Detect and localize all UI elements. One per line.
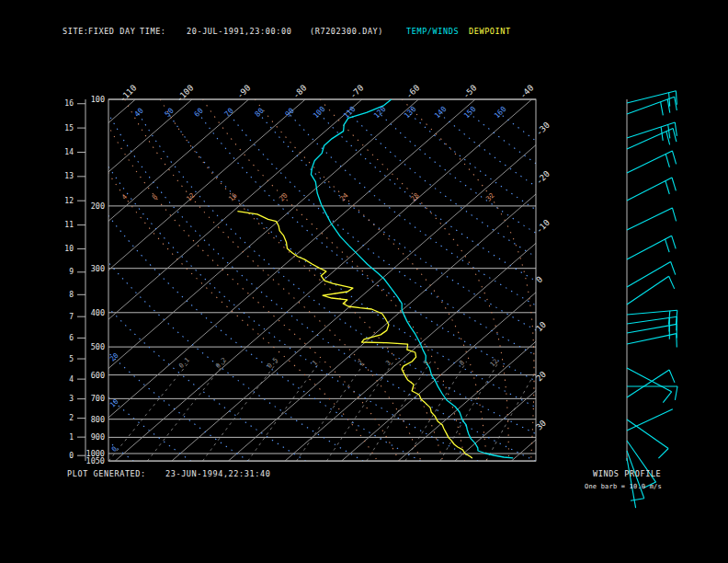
isotherm-line [0, 99, 192, 461]
wind-barb [627, 262, 676, 288]
height-label: 12 [64, 197, 74, 205]
skewt-screen: SITE: FIXED DAY TIME: 20-JUL-1991,23:00:… [0, 0, 728, 563]
plot-generated-label: PLOT GENERATED: [67, 469, 146, 478]
wind-barb-feather [677, 334, 677, 348]
time-value: 20-JUL-1991,23:00:00 [187, 27, 291, 36]
wind-barb-shaft [627, 178, 672, 201]
isotherm-line [0, 99, 305, 461]
dry-adiabat-top-label: 110 [342, 105, 358, 121]
isotherm-right-label: -10 [534, 218, 552, 236]
wind-barb [627, 151, 677, 173]
mixing-ratio-line [202, 362, 278, 461]
site-label: SITE: [63, 27, 89, 36]
isotherm-line [512, 99, 728, 461]
wind-barb-feather [631, 499, 644, 501]
mixing-ratio-label: 0.5 [266, 356, 279, 370]
dry-adiabat-line [0, 114, 191, 461]
wind-barb-shaft [627, 208, 672, 230]
pressure-label: 500 [91, 342, 105, 351]
pressure-label: 100 [91, 95, 105, 104]
dry-adiabat-top-label: 150 [462, 105, 478, 121]
wind-barb-feather [661, 102, 664, 116]
wind-barb-feather [672, 178, 676, 190]
height-label: 16 [64, 99, 74, 108]
isotherm-line [229, 99, 645, 461]
height-label: 7 [69, 313, 74, 321]
dry-adiabat-line [349, 114, 728, 461]
mixing-ratio-label: 1 [311, 359, 319, 367]
dry-adiabat-top-label: 140 [433, 105, 449, 121]
wind-barb-feather [663, 392, 671, 403]
isotherm-line [59, 99, 475, 461]
wind-barb [627, 324, 677, 339]
moist-adiabat-label: 8 [150, 192, 159, 201]
dry-adiabat-top-label: 50 [164, 107, 176, 119]
pressure-label: 800 [91, 415, 105, 424]
isotherm-top-label: -80 [291, 83, 309, 100]
moist-adiabat-label: 16 [227, 191, 239, 203]
wind-barb-feather [671, 262, 676, 275]
mixing-ratio-line [297, 362, 366, 461]
moist-adiabat-label: 12 [185, 191, 197, 203]
isotherm-top-label: -50 [461, 83, 479, 100]
moist-adiabat-lines [70, 99, 534, 461]
legend-temp-winds: TEMP/WINDS [406, 27, 459, 36]
wind-barb-shaft [627, 419, 668, 449]
pressure-label: 200 [91, 201, 105, 211]
isotherm-line [398, 99, 728, 461]
isotherm-line [0, 99, 249, 461]
dry-adiabat-line [440, 114, 728, 461]
height-label: 14 [64, 148, 74, 156]
isotherm-right-label: 30 [534, 419, 548, 432]
height-label: 4 [69, 375, 74, 384]
wind-barb-feather [669, 370, 675, 383]
wind-barb-shaft [627, 370, 669, 397]
dry-adiabat-line [78, 114, 478, 461]
dry-adiabat-line [229, 114, 728, 461]
isotherm-right-label: 20 [534, 370, 548, 384]
isotherm-top-label: -40 [518, 83, 536, 100]
skewt-plot: SITE: FIXED DAY TIME: 20-JUL-1991,23:00:… [0, 0, 728, 563]
height-label: 3 [69, 395, 74, 403]
legend-dewpoint: DEWPOINT [469, 27, 511, 36]
wind-barb-feather [665, 154, 669, 167]
height-pressure-axes: 1002003004005006007008009001000105001234… [64, 95, 105, 465]
pressure-label: 400 [91, 308, 105, 317]
moist-adiabat-line [160, 99, 442, 461]
moist-adiabat-line [125, 99, 421, 461]
isotherm-line [455, 99, 728, 461]
height-label: 15 [64, 124, 74, 132]
dry-adiabat-top-label: 120 [372, 105, 388, 121]
moist-adiabat-line [320, 99, 508, 461]
isotherm-right-label: -30 [534, 121, 552, 138]
mixing-ratio-label: 2 [357, 359, 365, 367]
isotherm-top-label: -70 [348, 83, 366, 100]
isotherm-right-label: -20 [534, 169, 552, 187]
wind-barb-feather [665, 239, 670, 252]
isotherm-top-label: -100 [175, 83, 195, 103]
winds-profile-title: WINDS PROFILE [593, 469, 661, 478]
moist-adiabat-label: 32 [484, 191, 496, 203]
wind-barb-feather [669, 93, 670, 107]
pressure-label: 900 [91, 432, 105, 442]
pressure-label: 600 [91, 371, 105, 380]
wind-barb [627, 178, 676, 201]
temperature-trace [311, 99, 513, 458]
wind-barb-shaft [627, 262, 671, 288]
isotherm-lines [0, 99, 728, 461]
height-label: 9 [69, 268, 74, 276]
mixing-ratio-line [248, 362, 321, 461]
mixing-ratio-line [108, 362, 189, 461]
wind-barb [627, 409, 673, 431]
isotherm-top-label: -90 [235, 83, 253, 100]
height-label: 0 [69, 452, 74, 460]
dry-adiabat-line [199, 114, 708, 461]
dry-adiabat-line [259, 114, 728, 461]
dry-adiabat-line [470, 114, 728, 461]
mixing-ratio-line [147, 362, 225, 461]
wind-barb-feather [669, 276, 675, 289]
wind-barb-shaft [627, 409, 673, 431]
wind-barb [627, 419, 668, 458]
dry-adiabat-line [18, 114, 364, 461]
dry-adiabat-line [380, 114, 728, 461]
